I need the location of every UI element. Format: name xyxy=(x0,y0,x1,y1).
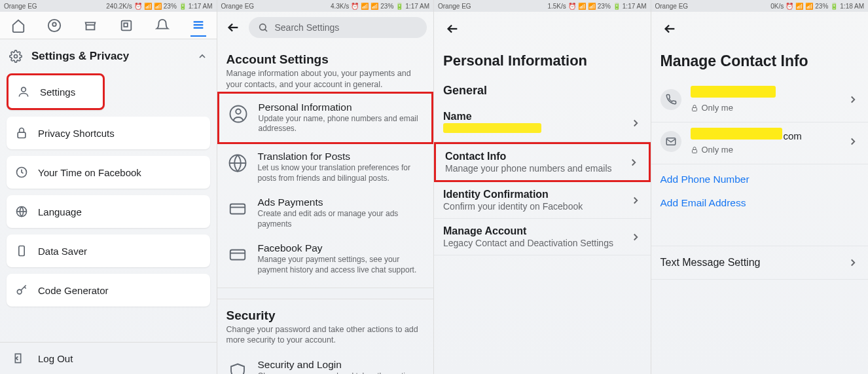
phone-icon xyxy=(14,244,29,258)
svg-rect-27 xyxy=(230,250,245,260)
svg-line-20 xyxy=(264,29,266,31)
privacy-shortcuts-label: Privacy Shortcuts xyxy=(38,128,115,139)
add-phone-link[interactable]: Add Phone Number xyxy=(651,164,869,195)
phone-entry[interactable]: Only me xyxy=(651,81,869,122)
logout-item[interactable]: Log Out xyxy=(0,342,217,374)
ads-payments-item[interactable]: Ads Payments Create and edit ads or mana… xyxy=(217,190,434,236)
settings-privacy-header[interactable]: Settings & Privacy xyxy=(0,39,217,73)
svg-rect-31 xyxy=(692,107,696,111)
svg-rect-9 xyxy=(18,132,26,138)
signal-icon: 📶 xyxy=(371,3,378,10)
panel-account-settings: Orange EG 4.3K/s ⏰ 📶 📶 23% 🔋 1:17 AM Sea… xyxy=(217,0,435,374)
spacer xyxy=(651,218,869,246)
language-label: Language xyxy=(38,206,82,217)
data-saver-label: Data Saver xyxy=(38,246,87,257)
personal-info-item[interactable]: Personal Information Update your name, p… xyxy=(217,92,434,144)
marketplace-icon[interactable] xyxy=(82,18,98,33)
friends-icon[interactable] xyxy=(46,18,62,33)
search-input[interactable]: Search Settings xyxy=(249,17,427,38)
clock-label: 1:17 AM xyxy=(189,3,213,10)
status-bar: Orange EG 1.5K/s ⏰ 📶 📶 23% 🔋 1:17 AM xyxy=(434,0,651,12)
back-button[interactable] xyxy=(443,20,461,38)
svg-point-19 xyxy=(259,24,265,30)
battery-pct: 23% xyxy=(380,3,393,10)
chevron-right-icon xyxy=(847,257,859,269)
personal-info-title: Personal Information xyxy=(259,102,424,113)
carrier-label: Orange EG xyxy=(655,3,689,10)
wifi-icon: 📶 xyxy=(361,3,369,10)
personal-info-title: Personal Information xyxy=(434,46,651,84)
panel-personal-info: Orange EG 1.5K/s ⏰ 📶 📶 23% 🔋 1:17 AM Per… xyxy=(434,0,651,374)
panel-settings-menu: Orange EG 240.2K/s ⏰ 📶 📶 23% 🔋 1:17 AM S… xyxy=(0,0,217,374)
svg-rect-33 xyxy=(692,149,696,153)
feeds-icon[interactable] xyxy=(118,18,134,33)
shield-icon xyxy=(226,360,249,374)
facebook-pay-item[interactable]: Facebook Pay Manage your payment setting… xyxy=(217,236,434,282)
gear-icon xyxy=(9,50,22,63)
facebook-pay-title: Facebook Pay xyxy=(258,242,425,254)
email-entry[interactable]: com Only me xyxy=(651,122,869,164)
translation-sub: Let us know your translation preferences… xyxy=(258,163,425,183)
privacy-shortcuts-item[interactable]: Privacy Shortcuts xyxy=(7,117,210,149)
key-icon xyxy=(14,283,29,297)
translation-title: Translation for Posts xyxy=(258,151,425,162)
logout-label: Log Out xyxy=(38,353,73,364)
svg-rect-13 xyxy=(19,246,24,256)
manage-account-item[interactable]: Manage Account Legacy Contact and Deacti… xyxy=(434,219,651,255)
carrier-label: Orange EG xyxy=(438,3,471,10)
chevron-right-icon xyxy=(630,231,642,243)
signal-icon: 📶 xyxy=(588,3,596,10)
name-item[interactable]: Name xyxy=(434,104,651,142)
svg-point-7 xyxy=(14,55,18,58)
contact-info-item[interactable]: Contact Info Manage your phone numbers a… xyxy=(434,142,651,182)
svg-point-1 xyxy=(52,22,56,26)
manage-account-label: Manage Account xyxy=(443,225,630,237)
privacy-label: Only me xyxy=(702,145,733,155)
redacted-icon xyxy=(691,86,776,98)
translation-item[interactable]: Translation for Posts Let us know your t… xyxy=(217,144,434,190)
menu-icon[interactable] xyxy=(190,21,206,37)
facebook-pay-sub: Manage your payment settings, see your p… xyxy=(258,255,425,275)
personal-info-sub: Update your name, phone numbers and emai… xyxy=(259,114,424,134)
privacy-label: Only me xyxy=(702,103,733,113)
identity-confirmation-item[interactable]: Identity Confirmation Confirm your ident… xyxy=(434,182,651,219)
name-label: Name xyxy=(443,111,630,122)
status-bar: Orange EG 0K/s ⏰ 📶 📶 23% 🔋 1:18 AM xyxy=(651,0,869,12)
redacted-icon xyxy=(443,123,541,133)
time-facebook-item[interactable]: Your Time on Facebook xyxy=(7,156,210,189)
home-icon[interactable] xyxy=(10,18,26,33)
svg-rect-25 xyxy=(230,204,245,214)
clock-label: 1:18 AM xyxy=(840,3,864,10)
chevron-icon xyxy=(197,51,208,62)
notifications-icon[interactable] xyxy=(154,18,170,33)
status-bar: Orange EG 240.2K/s ⏰ 📶 📶 23% 🔋 1:17 AM xyxy=(0,0,217,12)
phone-icon xyxy=(660,89,681,110)
text-message-setting[interactable]: Text Message Setting xyxy=(651,246,869,280)
settings-item[interactable]: Settings xyxy=(7,73,105,110)
battery-icon: 🔋 xyxy=(613,3,621,10)
back-button[interactable] xyxy=(224,18,242,37)
back-button[interactable] xyxy=(660,20,679,38)
net-speed: 0K/s xyxy=(770,3,784,10)
card-icon xyxy=(226,198,249,220)
search-placeholder: Search Settings xyxy=(275,22,340,33)
security-login-item[interactable]: Security and Login Change your password … xyxy=(217,352,434,374)
data-saver-item[interactable]: Data Saver xyxy=(7,234,210,267)
alarm-icon: ⏰ xyxy=(134,3,142,10)
alarm-icon: ⏰ xyxy=(351,3,359,10)
code-generator-item[interactable]: Code Generator xyxy=(7,274,210,307)
carrier-label: Orange EG xyxy=(4,3,37,10)
settings-privacy-label: Settings & Privacy xyxy=(31,50,129,63)
wifi-icon: 📶 xyxy=(578,3,586,10)
signal-icon: 📶 xyxy=(154,3,162,10)
battery-icon: 🔋 xyxy=(395,3,403,10)
person-icon xyxy=(227,103,249,125)
status-bar: Orange EG 4.3K/s ⏰ 📶 📶 23% 🔋 1:17 AM xyxy=(217,0,434,12)
lock-icon xyxy=(14,126,29,140)
battery-pct: 23% xyxy=(164,3,177,10)
add-email-link[interactable]: Add Email Address xyxy=(651,195,869,218)
security-sub: Change your password and take other acti… xyxy=(217,324,434,353)
alarm-icon: ⏰ xyxy=(568,3,576,10)
clock-icon xyxy=(14,165,29,179)
language-item[interactable]: Language xyxy=(7,195,210,228)
